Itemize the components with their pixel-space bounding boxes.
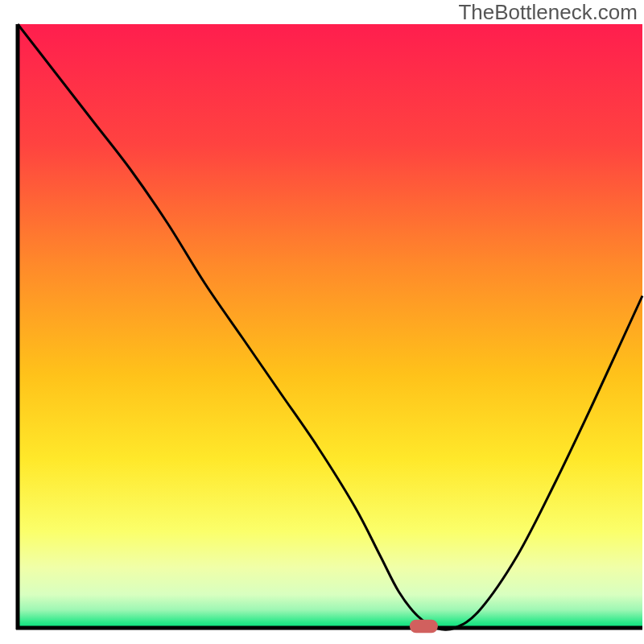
optimal-marker [410, 620, 438, 634]
bottleneck-chart [0, 0, 644, 644]
chart-container: TheBottleneck.com [0, 0, 644, 644]
plot-background [18, 24, 642, 628]
watermark-text: TheBottleneck.com [458, 0, 638, 25]
